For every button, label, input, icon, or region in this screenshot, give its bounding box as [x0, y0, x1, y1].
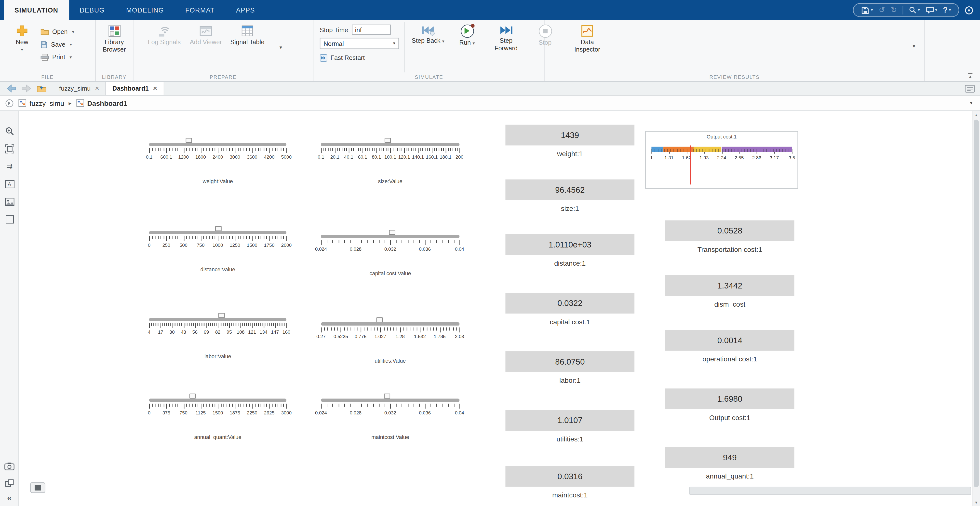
slider-track[interactable]: [149, 231, 286, 234]
show-explorer-bar-icon[interactable]: [5, 99, 14, 107]
slider-minor-tick: [185, 323, 186, 326]
slider-minor-tick: [222, 323, 222, 326]
slider-handle[interactable]: [389, 230, 395, 235]
vertical-scrollbar-thumb[interactable]: [974, 119, 979, 487]
tab-debug[interactable]: DEBUG: [69, 0, 115, 20]
help-button[interactable]: ? ▾: [943, 6, 951, 14]
data-inspector-button[interactable]: Data Inspector: [569, 22, 606, 72]
save-button[interactable]: Save ▾: [40, 39, 74, 50]
fast-restart-toggle[interactable]: Fast Restart: [320, 52, 399, 63]
slider-minor-tick: [426, 328, 427, 331]
doc-tab-fuzzy-simu[interactable]: fuzzy_simu ×: [53, 82, 106, 95]
navigate-back-button[interactable]: [6, 84, 16, 92]
horizontal-scrollbar-thumb[interactable]: [689, 487, 971, 495]
slider-track[interactable]: [321, 322, 460, 326]
canvas[interactable]: 0.1600.11200180024003000360042005000weig…: [19, 111, 972, 506]
tab-format[interactable]: FORMAT: [175, 0, 225, 20]
stop-time-input[interactable]: [352, 25, 391, 35]
slider-minor-tick: [413, 240, 414, 243]
slider-track[interactable]: [149, 398, 286, 402]
zoom-icon[interactable]: [2, 124, 17, 139]
collapse-toolstrip-icon[interactable]: ▲: [968, 73, 973, 79]
community-button[interactable]: ▾: [926, 6, 937, 14]
breadcrumb-item-dashboard1[interactable]: Dashboard1: [76, 99, 127, 107]
display-value: 1.3442: [665, 275, 794, 296]
slider-handle[interactable]: [383, 393, 390, 399]
slider-minor-tick: [427, 148, 428, 151]
slider-minor-tick: [161, 148, 161, 151]
chevron-down-icon: ▾: [442, 39, 444, 43]
breadcrumb-chevron-icon[interactable]: ▾: [970, 100, 975, 106]
run-button[interactable]: Run ▾: [449, 22, 485, 72]
compare-panel-icon[interactable]: [965, 85, 975, 92]
slider-handle[interactable]: [385, 138, 391, 143]
simulation-mode-select[interactable]: Normal ▾: [320, 38, 399, 49]
slider-track[interactable]: [149, 318, 286, 321]
tab-simulation[interactable]: SIMULATION: [4, 0, 69, 20]
slider-track[interactable]: [149, 143, 286, 146]
save-button[interactable]: ▾: [861, 6, 873, 14]
slider-minor-tick: [344, 240, 345, 243]
slider-track[interactable]: [321, 235, 460, 238]
library-browser-icon: [108, 25, 121, 37]
print-button[interactable]: Print ▾: [40, 52, 74, 62]
section-library: Library Browser LIBRARY: [96, 20, 134, 81]
navigate-up-button[interactable]: [37, 84, 47, 92]
slider-handle[interactable]: [218, 313, 224, 318]
hide-show-markup-icon[interactable]: ⇉: [2, 159, 17, 174]
slider-track[interactable]: [321, 143, 460, 146]
navigate-forward-button[interactable]: [21, 84, 32, 92]
slider-tick-label: 1125: [196, 410, 206, 416]
tab-apps[interactable]: APPS: [225, 0, 266, 20]
signal-table-button[interactable]: Signal Table: [229, 22, 266, 72]
add-viewer-button[interactable]: Add Viewer: [188, 22, 224, 72]
slider-minor-tick: [226, 148, 227, 151]
fit-to-view-icon[interactable]: [2, 141, 17, 156]
breadcrumb-item-fuzzy-simu[interactable]: fuzzy_simu: [18, 99, 64, 107]
slider-minor-tick: [406, 148, 407, 151]
vertical-scrollbar[interactable]: ▲ ▼: [972, 111, 980, 506]
image-annotation-icon[interactable]: [2, 194, 17, 209]
slider-handle[interactable]: [189, 393, 196, 399]
slider-handle[interactable]: [215, 226, 222, 231]
slider-minor-tick: [327, 404, 328, 407]
collapse-sidebar-icon[interactable]: «: [2, 490, 17, 505]
slider-major-tick: [440, 328, 441, 333]
search-button[interactable]: ▾: [909, 6, 920, 14]
undo-button[interactable]: ↺: [879, 6, 885, 14]
slider-minor-tick: [178, 404, 178, 407]
scroll-down-icon[interactable]: ▼: [972, 498, 980, 506]
hide-markup-button[interactable]: [30, 482, 45, 493]
prepare-gallery-chevron-icon[interactable]: ▾: [280, 45, 282, 50]
close-icon[interactable]: ×: [153, 85, 158, 92]
slider-handle[interactable]: [376, 317, 383, 323]
model-browser-icon[interactable]: [2, 476, 17, 491]
open-button[interactable]: Open ▾: [40, 27, 74, 37]
slider-minor-tick: [221, 148, 221, 151]
review-gallery-chevron-icon[interactable]: ▾: [913, 43, 915, 49]
chevron-down-icon: ▾: [21, 47, 23, 52]
annotation-icon[interactable]: A: [2, 176, 17, 191]
close-icon[interactable]: ×: [95, 85, 99, 92]
slider-track[interactable]: [321, 398, 460, 402]
new-button[interactable]: New ▾: [4, 22, 40, 72]
tab-modeling[interactable]: MODELING: [115, 0, 175, 20]
doc-tab-dashboard1[interactable]: Dashboard1 ×: [106, 82, 164, 95]
slider-tick-label: 0.036: [419, 410, 431, 416]
slider-minor-tick: [339, 148, 340, 151]
redo-button[interactable]: ↻: [891, 6, 897, 14]
slider-tick-label: 60.1: [358, 154, 367, 160]
slider-handle[interactable]: [186, 138, 192, 143]
palette-toolbar: ⇉ A «: [0, 111, 19, 506]
scroll-up-icon[interactable]: ▲: [972, 111, 980, 119]
step-back-button[interactable]: Step Back ▾: [410, 22, 446, 72]
screenshot-icon[interactable]: [2, 458, 17, 474]
simulink-window: SIMULATION DEBUG MODELING FORMAT APPS ▾ …: [0, 0, 980, 506]
log-signals-button[interactable]: Log Signals: [146, 22, 183, 72]
step-forward-button[interactable]: Step Forward: [488, 22, 525, 72]
perspective-toggle-button[interactable]: [964, 5, 974, 15]
slider-minor-tick: [175, 236, 176, 239]
area-annotation-icon[interactable]: [2, 212, 17, 227]
slider-major-tick: [241, 323, 242, 328]
library-browser-button[interactable]: Library Browser: [99, 22, 129, 72]
